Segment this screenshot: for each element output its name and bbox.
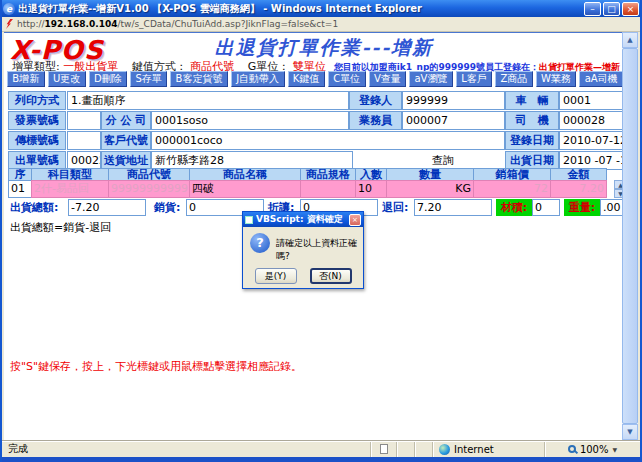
volume-input[interactable]: 0 bbox=[532, 199, 560, 216]
customer-code-label: 客戶代號 bbox=[101, 131, 151, 150]
toolbar-button-custom-code[interactable]: B客定貨號 bbox=[170, 71, 228, 87]
salesman-input[interactable]: 000007 bbox=[402, 111, 505, 130]
toolbar-button-keyvalue[interactable]: K鍵值 bbox=[288, 71, 325, 87]
status-bar: 完成 Internet 100% ▼ bbox=[2, 440, 640, 457]
return-label: 退回: bbox=[382, 199, 414, 216]
url-path: /tw/s_CData/ChuTuiAdd.asp?JiknFlag=false… bbox=[117, 19, 338, 29]
no-button[interactable]: 否(N) bbox=[310, 268, 352, 284]
cell-box-price: 72 bbox=[473, 180, 551, 198]
vehicle-label: 車 輛 bbox=[505, 91, 559, 110]
page-title: 出退貨打單作業---增新 bbox=[144, 35, 504, 61]
window-controls: – □ × bbox=[584, 2, 639, 16]
minimize-button[interactable]: – bbox=[584, 2, 601, 16]
zoom-level: 100% bbox=[580, 444, 609, 455]
toolbar-button-update[interactable]: U更改 bbox=[48, 71, 86, 87]
url-scheme: http:// bbox=[17, 19, 45, 29]
reg-date-label: 登錄日期 bbox=[505, 131, 559, 150]
branch-label: 分 公 司 bbox=[101, 111, 151, 130]
invoice-input[interactable] bbox=[67, 111, 101, 130]
document-icon bbox=[380, 444, 388, 454]
query-link[interactable]: 查詢 bbox=[432, 153, 454, 168]
url-host: 192.168.0.104 bbox=[45, 19, 118, 29]
toolbar-button-add[interactable]: B增新 bbox=[7, 71, 45, 87]
question-icon: ? bbox=[250, 233, 270, 253]
total-formula: 出貨總額=銷貨-退回 bbox=[10, 220, 111, 235]
toolbar-button-autofill[interactable]: J自動帶入 bbox=[231, 71, 285, 87]
vbscript-dialog: VBScript: 資料確定 × ? 請確定以上資料正確嗎? 是(Y) 否(N) bbox=[242, 211, 364, 289]
globe-icon bbox=[439, 444, 450, 455]
invoice-label: 發票號碼 bbox=[8, 111, 66, 130]
toolbar-button-unit[interactable]: C單位 bbox=[328, 71, 366, 87]
table-row[interactable]: 01 2什-易品回 9999999999973 四破 10 KG 72 7.20 bbox=[8, 180, 607, 198]
title-bar: e 出退貨打單作業--增新V1.00 【X-POS 雲端商務網】 - Windo… bbox=[0, 0, 642, 17]
cell-code: 9999999999973 bbox=[108, 180, 190, 198]
toolbar-button-checkqty[interactable]: V查量 bbox=[369, 71, 407, 87]
toolbar-button-browse[interactable]: aV瀏覽 bbox=[409, 71, 453, 87]
weight-label: 重量: bbox=[564, 199, 600, 216]
vehicle-input[interactable]: 0001 bbox=[559, 91, 624, 110]
toolbar-button-product[interactable]: Z商品 bbox=[495, 71, 533, 87]
yes-button[interactable]: 是(Y) bbox=[255, 268, 297, 284]
toolbar-button-customer[interactable]: L客戶 bbox=[456, 71, 492, 87]
driver-label: 司 機 bbox=[505, 111, 559, 130]
security-zone-pane: Internet bbox=[432, 442, 544, 457]
toolbar-button-delete[interactable]: D刪除 bbox=[89, 71, 127, 87]
branch-input[interactable]: 0001soso bbox=[151, 111, 349, 130]
volume-label: 材積: bbox=[496, 199, 532, 216]
cell-spec bbox=[300, 180, 356, 198]
print-mode-label: 列印方式 bbox=[8, 91, 66, 110]
dialog-title: VBScript: 資料確定 bbox=[256, 213, 346, 226]
scroll-down-icon[interactable]: ▼ bbox=[622, 424, 638, 440]
toolbar-button-save[interactable]: S存單 bbox=[130, 71, 167, 87]
maximize-button[interactable]: □ bbox=[603, 2, 620, 16]
return-input[interactable]: 7.20 bbox=[414, 199, 492, 216]
status-pane-empty2 bbox=[414, 442, 432, 457]
dialog-title-bar: VBScript: 資料確定 × bbox=[243, 212, 363, 227]
address-url[interactable]: http://192.168.0.104/tw/s_CData/ChuTuiAd… bbox=[17, 19, 338, 29]
cell-qty-unit: KG bbox=[386, 180, 474, 198]
slip-number-input[interactable] bbox=[67, 131, 101, 150]
cell-seq: 01 bbox=[8, 180, 32, 198]
dialog-message: 請確定以上資料正確嗎? bbox=[276, 233, 358, 263]
status-text: 完成 bbox=[2, 442, 370, 456]
cell-per-qty: 10 bbox=[355, 180, 387, 198]
scrollbar-thumb[interactable] bbox=[622, 48, 638, 424]
status-pane-empty1 bbox=[396, 442, 414, 457]
vertical-scrollbar[interactable]: ▲ ▼ bbox=[622, 32, 638, 440]
registrant-label: 登錄人 bbox=[349, 91, 402, 110]
ie-window: e 出退貨打單作業--增新V1.00 【X-POS 雲端商務網】 - Windo… bbox=[0, 0, 642, 462]
cell-name: 四破 bbox=[189, 180, 301, 198]
total-input[interactable]: -7.20 bbox=[68, 199, 146, 216]
scroll-up-icon[interactable]: ▲ bbox=[622, 32, 638, 48]
cell-amount: 7.20 bbox=[550, 180, 607, 198]
dialog-app-icon bbox=[245, 216, 253, 224]
sales-label: 銷貨: bbox=[154, 199, 186, 216]
dialog-buttons: 是(Y) 否(N) bbox=[243, 268, 363, 284]
salesman-label: 業務員 bbox=[349, 111, 402, 130]
print-mode-input[interactable]: 1.畫面順序 bbox=[67, 91, 349, 110]
cell-category: 2什-易品回 bbox=[31, 180, 109, 198]
reg-date-input[interactable]: 2010-07-12 bbox=[559, 131, 624, 150]
registrant-input[interactable]: 999999 bbox=[402, 91, 505, 110]
toolbar-button-salesman[interactable]: W業務 bbox=[536, 71, 577, 87]
dialog-close-icon[interactable]: × bbox=[349, 214, 361, 226]
dialog-body: ? 請確定以上資料正確嗎? bbox=[243, 227, 363, 263]
window-title: 出退貨打單作業--增新V1.00 【X-POS 雲端商務網】 - Windows… bbox=[18, 2, 581, 16]
total-label: 出貨總額: bbox=[10, 199, 68, 216]
keyboard-hint: 按"S"鍵保存，按上，下光標鍵或用鼠標點擊選擇相應記錄。 bbox=[10, 359, 302, 374]
close-button[interactable]: × bbox=[622, 2, 639, 16]
page-content: X-POS 出退貨打單作業---增新 增單類型: 一般出貨單 鍵值方式： 商品代… bbox=[4, 32, 626, 440]
status-pane-page bbox=[370, 442, 396, 457]
slip-number-label: 傳標號碼 bbox=[8, 131, 66, 150]
toolbar-button-driver[interactable]: aA司機 bbox=[579, 71, 623, 87]
toolbar: B增新 U更改 D刪除 S存單 B客定貨號 J自動帶入 K鍵值 C單位 V查量 … bbox=[7, 71, 623, 87]
window-bottom-border bbox=[0, 457, 642, 462]
customer-code-input[interactable]: 000001coco bbox=[151, 131, 505, 150]
ie-logo-icon: e bbox=[3, 3, 15, 15]
address-bar: http://192.168.0.104/tw/s_CData/ChuTuiAd… bbox=[2, 17, 640, 32]
zone-label: Internet bbox=[454, 444, 494, 455]
zoom-dropdown-icon[interactable]: ▼ bbox=[612, 446, 617, 453]
zoom-pane[interactable]: 100% ▼ bbox=[544, 442, 640, 457]
driver-input[interactable]: 000028 bbox=[559, 111, 624, 130]
page-security-icon bbox=[6, 19, 13, 29]
